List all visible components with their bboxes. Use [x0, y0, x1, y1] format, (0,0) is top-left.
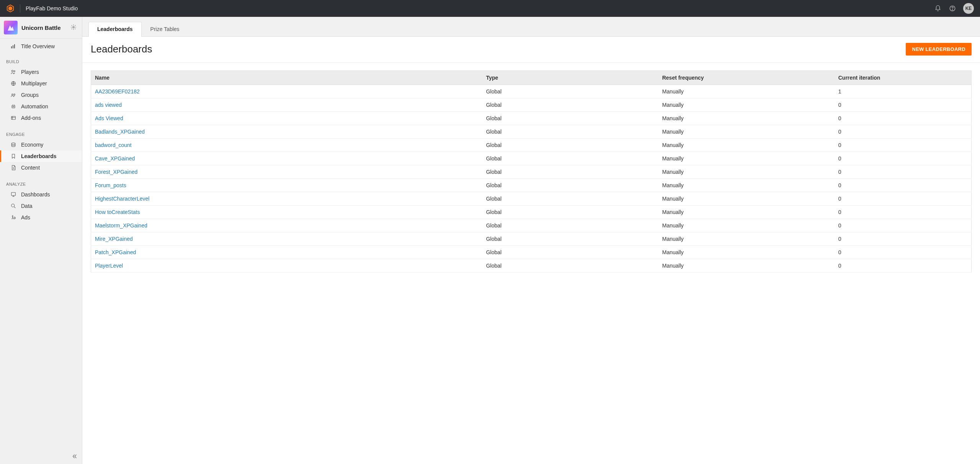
cell-iteration: 0 [835, 246, 972, 259]
sidebar-item-label: Dashboards [21, 191, 50, 198]
topbar-divider [20, 4, 20, 13]
cell-type: Global [482, 192, 658, 206]
cell-type: Global [482, 246, 658, 259]
leaderboard-link[interactable]: Ads Viewed [95, 115, 123, 121]
svg-rect-5 [11, 46, 12, 48]
sidebar-item-content[interactable]: Content [0, 162, 82, 173]
sidebar-item-economy[interactable]: Economy [0, 139, 82, 150]
sidebar-item-title-overview[interactable]: Title Overview [0, 39, 82, 54]
bar-chart-icon [10, 43, 16, 49]
cell-iteration: 0 [835, 259, 972, 273]
data-icon [10, 203, 16, 209]
game-logo-icon [4, 21, 18, 34]
cell-type: Global [482, 165, 658, 179]
svg-point-12 [14, 94, 15, 95]
notifications-icon[interactable] [934, 5, 942, 12]
players-icon [10, 69, 16, 75]
cell-type: Global [482, 219, 658, 232]
sidebar: Unicorn Battle Title Overview BUILDPlaye… [0, 17, 82, 464]
column-header[interactable]: Current iteration [835, 71, 972, 85]
svg-point-15 [14, 106, 14, 107]
sidebar-item-label: Add-ons [21, 115, 41, 121]
table-row: HighestCharacterLevelGlobalManually0 [91, 192, 972, 206]
topbar: PlayFab Demo Studio KE [0, 0, 980, 17]
leaderboard-link[interactable]: Cave_XPGained [95, 155, 135, 162]
sidebar-item-label: Content [21, 165, 40, 171]
table-row: Maelstorm_XPGainedGlobalManually0 [91, 219, 972, 232]
sidebar-item-label: Ads [21, 214, 30, 221]
gear-icon[interactable] [70, 24, 77, 31]
game-title: Unicorn Battle [21, 25, 67, 31]
bookmark-icon [10, 153, 16, 159]
cell-type: Global [482, 112, 658, 125]
sidebar-item-data[interactable]: Data [0, 200, 82, 212]
sidebar-item-automation[interactable]: Automation [0, 101, 82, 112]
sidebar-item-label: Players [21, 69, 39, 75]
leaderboard-link[interactable]: ads viewed [95, 102, 122, 108]
economy-icon [10, 142, 16, 148]
studio-name[interactable]: PlayFab Demo Studio [26, 5, 78, 11]
svg-point-14 [13, 106, 13, 107]
collapse-sidebar-icon[interactable] [70, 452, 79, 461]
cell-iteration: 0 [835, 179, 972, 192]
svg-point-3 [952, 10, 952, 10]
leaderboard-link[interactable]: Forest_XPGained [95, 169, 137, 175]
title-row[interactable]: Unicorn Battle [0, 17, 82, 39]
nav-section-label: ANALYZE [0, 176, 82, 189]
cell-iteration: 0 [835, 152, 972, 165]
leaderboard-link[interactable]: Forum_posts [95, 182, 126, 188]
leaderboards-table: NameTypeReset frequencyCurrent iteration… [91, 70, 972, 273]
leaderboard-link[interactable]: HighestCharacterLevel [95, 196, 149, 202]
table-row: How toCreateStatsGlobalManually0 [91, 206, 972, 219]
svg-point-20 [14, 217, 15, 219]
leaderboard-link[interactable]: Patch_XPGained [95, 249, 136, 255]
cell-reset: Manually [658, 219, 835, 232]
sidebar-item-ads[interactable]: Ads [0, 212, 82, 223]
cell-type: Global [482, 232, 658, 246]
svg-point-11 [12, 94, 13, 95]
svg-point-17 [11, 143, 15, 144]
sidebar-item-label: Groups [21, 92, 39, 98]
main: LeaderboardsPrize Tables Leaderboards NE… [82, 17, 980, 464]
sidebar-item-dashboards[interactable]: Dashboards [0, 189, 82, 200]
cell-iteration: 1 [835, 85, 972, 98]
table-row: badword_countGlobalManually0 [91, 139, 972, 152]
leaderboard-link[interactable]: How toCreateStats [95, 209, 140, 215]
leaderboard-link[interactable]: Badlands_XPGained [95, 129, 145, 135]
column-header[interactable]: Type [482, 71, 658, 85]
content-icon [10, 165, 16, 171]
svg-rect-18 [11, 193, 16, 196]
tab-prize-tables[interactable]: Prize Tables [142, 22, 188, 37]
sidebar-item-add-ons[interactable]: Add-ons [0, 112, 82, 124]
nav-section-label: BUILD [0, 54, 82, 66]
table-row: Mire_XPGainedGlobalManually0 [91, 232, 972, 246]
leaderboard-link[interactable]: Mire_XPGained [95, 236, 133, 242]
svg-point-8 [11, 70, 13, 72]
column-header[interactable]: Name [91, 71, 482, 85]
sidebar-item-multiplayer[interactable]: Multiplayer [0, 78, 82, 89]
sidebar-item-groups[interactable]: Groups [0, 89, 82, 101]
tab-leaderboards[interactable]: Leaderboards [88, 22, 142, 37]
sidebar-item-leaderboards[interactable]: Leaderboards [0, 150, 82, 162]
automation-icon [10, 103, 16, 109]
column-header[interactable]: Reset frequency [658, 71, 835, 85]
help-icon[interactable] [949, 5, 956, 12]
addons-icon [10, 115, 16, 121]
leaderboard-link[interactable]: PlayerLevel [95, 263, 123, 269]
playfab-logo-icon[interactable] [6, 4, 15, 13]
cell-reset: Manually [658, 206, 835, 219]
cell-iteration: 0 [835, 232, 972, 246]
leaderboard-link[interactable]: Maelstorm_XPGained [95, 222, 147, 229]
svg-point-9 [14, 70, 15, 72]
avatar[interactable]: KE [963, 3, 974, 14]
svg-rect-16 [11, 116, 16, 119]
leaderboard-link[interactable]: AA23D69EF02182 [95, 88, 140, 95]
new-leaderboard-button[interactable]: NEW LEADERBOARD [906, 43, 972, 56]
cell-reset: Manually [658, 192, 835, 206]
leaderboard-link[interactable]: badword_count [95, 142, 132, 148]
sidebar-item-label: Title Overview [21, 43, 55, 49]
cell-reset: Manually [658, 139, 835, 152]
sidebar-item-players[interactable]: Players [0, 66, 82, 78]
cell-type: Global [482, 139, 658, 152]
svg-rect-6 [13, 45, 13, 48]
